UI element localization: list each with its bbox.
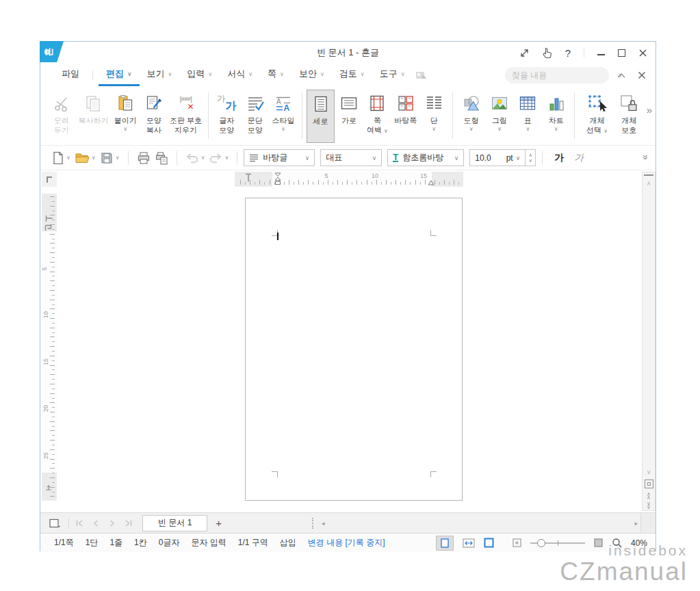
chevron-down-icon: ∨ bbox=[469, 126, 474, 132]
erase-marks-button[interactable]: [###] ✕ 조판 부호지우기 bbox=[168, 90, 203, 135]
vertical-scrollbar[interactable]: ∧ ∨ ∧∧ ∨∨ bbox=[642, 172, 656, 511]
print-preview-button[interactable] bbox=[153, 151, 170, 165]
object-select-button[interactable]: 개체선택 ∨ bbox=[579, 90, 614, 136]
menu-edit[interactable]: 편집∨ bbox=[99, 64, 140, 86]
touch-mode-icon[interactable] bbox=[543, 47, 552, 58]
preset-combo[interactable]: 대표 ∨ bbox=[320, 149, 382, 166]
picture-button[interactable]: 그림 ∨ bbox=[485, 90, 513, 132]
help-button[interactable]: ? bbox=[565, 47, 571, 59]
menu-view[interactable]: 보기∨ bbox=[140, 64, 180, 86]
first-tab-icon[interactable] bbox=[75, 519, 83, 527]
object-protect-button[interactable]: 개체보호 bbox=[615, 90, 643, 135]
scroll-track[interactable] bbox=[328, 513, 632, 533]
prev-tab-icon[interactable] bbox=[92, 519, 100, 527]
page-margin-button[interactable]: 쪽여백 ∨ bbox=[363, 90, 391, 136]
master-page-button[interactable]: 바탕쪽 bbox=[391, 90, 419, 125]
document-tab[interactable]: 빈 문서 1 bbox=[142, 515, 207, 531]
text-cursor bbox=[277, 233, 278, 240]
new-document-button[interactable]: ∨ bbox=[50, 151, 73, 165]
resize-arrow-icon[interactable] bbox=[519, 48, 530, 58]
copy-format-button[interactable]: 모양복사 bbox=[140, 90, 168, 135]
paragraph-style-combo[interactable]: 바탕글 ∨ bbox=[244, 149, 315, 166]
fit-width-button[interactable] bbox=[463, 538, 475, 548]
tab-type-selector[interactable] bbox=[42, 172, 57, 187]
columns-button[interactable]: 단 ∨ bbox=[419, 90, 448, 132]
portrait-button[interactable]: 세로 bbox=[307, 90, 335, 143]
chevron-down-icon: ∨ bbox=[281, 126, 285, 132]
maximize-button[interactable] bbox=[618, 49, 625, 57]
print-button[interactable] bbox=[135, 151, 153, 165]
copy-button[interactable]: 복사하기 bbox=[75, 90, 111, 125]
view-100-button[interactable] bbox=[513, 538, 521, 547]
undo-button[interactable]: ∨ bbox=[183, 152, 207, 164]
single-page-view-button[interactable] bbox=[436, 536, 454, 551]
track-changes-link[interactable]: 변경 내용 [기록 중지] bbox=[308, 537, 385, 549]
italic-button[interactable]: 가 bbox=[568, 152, 591, 164]
save-button[interactable]: ∨ bbox=[98, 151, 122, 165]
toolbar-expand-icon[interactable]: » bbox=[640, 155, 651, 160]
status-char-count: 0글자 bbox=[159, 537, 180, 549]
menu-review[interactable]: 검토∨ bbox=[332, 64, 372, 86]
prev-page-icon[interactable]: ∧∧ bbox=[647, 492, 651, 499]
split-handle[interactable] bbox=[644, 174, 653, 176]
style-button[interactable]: AA 스타일 ∨ bbox=[269, 90, 297, 132]
chevron-down-icon: ∨ bbox=[208, 71, 212, 77]
next-page-icon[interactable]: ∨∨ bbox=[647, 502, 651, 509]
document-page[interactable] bbox=[245, 198, 463, 501]
next-tab-icon[interactable] bbox=[108, 519, 116, 527]
last-tab-icon[interactable] bbox=[125, 519, 133, 527]
table-button[interactable]: 표 ∨ bbox=[514, 90, 542, 132]
font-size-combo[interactable]: 10.0 pt ∨ bbox=[469, 149, 526, 166]
top-margin-marker[interactable] bbox=[45, 215, 53, 222]
landscape-button[interactable]: 가로 bbox=[335, 90, 363, 125]
zoom-slider-handle[interactable] bbox=[537, 539, 545, 547]
chevron-down-icon: ∨ bbox=[384, 128, 388, 134]
ribbon-overflow-icon[interactable]: » bbox=[647, 104, 652, 116]
minimize-button[interactable] bbox=[597, 50, 605, 55]
menu-format[interactable]: 서식∨ bbox=[220, 64, 260, 86]
close-button[interactable] bbox=[638, 49, 647, 57]
chart-button[interactable]: 차트 ∨ bbox=[542, 90, 570, 132]
redo-button[interactable]: ∨ bbox=[207, 152, 231, 164]
split-grip[interactable] bbox=[312, 518, 315, 529]
divider bbox=[68, 518, 69, 529]
font-size-stepper[interactable]: ∧∨ bbox=[526, 149, 536, 166]
chevron-down-icon: ∨ bbox=[554, 126, 558, 132]
clipboard-paste-icon bbox=[116, 91, 134, 116]
header-marker[interactable] bbox=[44, 224, 53, 232]
font-combo[interactable]: T 함초롬바탕 ∨ bbox=[387, 149, 464, 166]
menu-tools[interactable]: 도구∨ bbox=[372, 64, 413, 86]
bottom-margin-marker[interactable] bbox=[45, 483, 53, 491]
scroll-right-icon[interactable]: ▸ bbox=[632, 520, 640, 527]
add-tab-icon[interactable]: + bbox=[207, 517, 230, 529]
para-shape-button[interactable]: 문단모양 bbox=[241, 90, 269, 135]
menu-file[interactable]: 파일 bbox=[54, 64, 87, 86]
menu-insert[interactable]: 입력∨ bbox=[179, 64, 220, 86]
scroll-down-icon[interactable]: ∨ bbox=[647, 467, 651, 477]
char-shape-button[interactable]: 가가 글자모양 bbox=[213, 90, 241, 135]
indent-marker[interactable] bbox=[274, 172, 281, 185]
right-indent-marker[interactable] bbox=[428, 180, 435, 185]
paste-button[interactable]: 붙이기 ∨ bbox=[112, 90, 140, 132]
page-view-box-icon[interactable] bbox=[645, 480, 653, 488]
horizontal-scrollbar[interactable]: ◂ ▸ bbox=[312, 513, 656, 533]
menu-security[interactable]: 보안∨ bbox=[291, 64, 332, 86]
cut-button[interactable]: 오려두기 bbox=[47, 90, 75, 135]
status-insert-mode[interactable]: 삽입 bbox=[280, 537, 296, 549]
scroll-left-icon[interactable]: ◂ bbox=[319, 520, 328, 527]
find-input[interactable] bbox=[512, 70, 618, 80]
fit-page-button[interactable] bbox=[484, 538, 494, 548]
shapes-button[interactable]: 도형 ∨ bbox=[457, 90, 485, 132]
chevron-down-icon: ∨ bbox=[123, 126, 127, 132]
open-document-button[interactable]: ∨ bbox=[73, 151, 98, 165]
find-input-box[interactable]: ∨ bbox=[505, 67, 609, 83]
scroll-up-icon[interactable]: ∧ bbox=[647, 179, 651, 188]
bold-button[interactable]: 가 bbox=[549, 152, 569, 164]
chevron-down-icon: ∨ bbox=[361, 71, 365, 77]
collapse-ribbon-icon[interactable] bbox=[617, 73, 625, 78]
margin-pin-marker[interactable] bbox=[245, 173, 252, 183]
picture-icon bbox=[491, 91, 508, 116]
menu-page[interactable]: 쪽∨ bbox=[260, 64, 291, 86]
thumbnail-view-icon[interactable] bbox=[47, 518, 62, 528]
close-document-icon[interactable] bbox=[638, 71, 646, 79]
